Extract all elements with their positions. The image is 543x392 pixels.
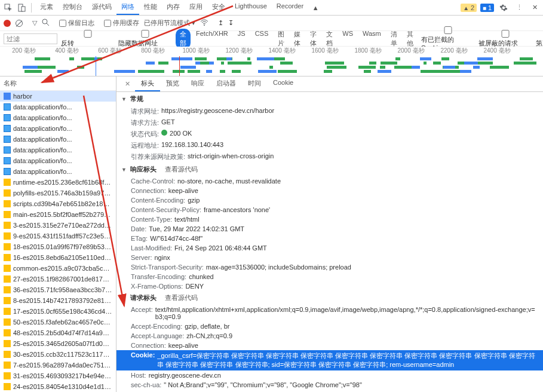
filter-type-全部[interactable]: 全部 [176,29,191,49]
header-row[interactable]: Content-Type: text/html [116,215,543,224]
header-row[interactable]: Accept-Language: zh-CN,zh;q=0.9 [116,331,543,341]
filter-type-媒体[interactable]: 媒体 [290,29,305,49]
panel-tab-Recorder[interactable]: Recorder [272,0,308,15]
general-section[interactable]: ▼常规 [116,92,543,106]
header-row[interactable]: Connection: keep-alive [116,341,543,350]
panel-tab-性能[interactable]: 性能 [139,0,162,15]
header-row[interactable]: Last-Modified: Fri, 24 Sep 2021 06:48:44… [116,243,543,253]
request-row[interactable]: data:application/fo... [0,155,116,166]
info-badge[interactable]: ■ 1 [480,4,494,12]
settings-icon[interactable] [498,2,510,14]
filter-icon[interactable]: ▽ [32,19,37,27]
wifi-icon[interactable] [200,19,208,28]
request-row[interactable]: 3-es2015.315e27e710ea272ddad.js [0,220,116,231]
filter-type-图片[interactable]: 图片 [274,29,289,49]
request-row[interactable]: 50-es2015.f3afeb62ac4657e0cbcb.js [0,317,116,327]
request-row[interactable]: 48-es2015.2b5d04d74f7d14a98a6.js [0,327,116,338]
detail-tab-响应[interactable]: 响应 [185,76,210,91]
clear-icon[interactable] [16,20,23,27]
close-devtools-icon[interactable]: ✕ [529,2,541,14]
hide-data-urls-checkbox[interactable]: 隐藏数据网址 [118,30,172,48]
upload-icon[interactable]: ↥ [218,19,223,27]
request-row[interactable]: 16-es2015.8ebd6a2105e110edd1f0.js [0,252,116,263]
request-row[interactable]: data:application/fo... [0,102,116,112]
request-row[interactable]: scripts.cd39b4a7eb651b82e188.js [0,198,116,209]
request-row[interactable]: harbor [0,91,116,102]
request-row[interactable]: common-es2015.a9c073cba5c10a04538.js [0,263,116,274]
blocked-requests-checkbox[interactable]: 被屏蔽的请求 [478,30,532,48]
warnings-badge[interactable]: ▲ 2 [461,4,477,12]
filter-type-其他[interactable]: 其他 [403,29,418,49]
filter-type-Wasm[interactable]: Wasm [358,29,385,49]
filter-type-JS[interactable]: JS [234,29,250,49]
request-row[interactable]: 24-es2015.84054e1310d4e1d13a5.js [0,381,116,392]
request-row[interactable]: polyfills-es2015.746a3b159a979d256b42.js [0,188,116,198]
request-row[interactable]: data:application/fo... [0,112,116,123]
header-row[interactable]: Transfer-Encoding: chunked [116,272,543,281]
request-row[interactable]: 27-es2015.1f982867001de81791c3.js [0,274,116,284]
request-row[interactable]: 17-es2015.0cf655e198c436cd4613.js [0,306,116,317]
filter-type-字体[interactable]: 字体 [306,29,321,49]
request-row[interactable]: data:application/fo... [0,145,116,155]
filter-type-Fetch/XHR[interactable]: Fetch/XHR [192,29,232,49]
invert-checkbox[interactable]: 反转 [61,30,115,48]
filter-type-清单[interactable]: 清单 [386,29,401,49]
inspect-icon[interactable] [2,2,14,14]
third-party-checkbox[interactable]: 第三方请求 [536,30,543,48]
request-row[interactable]: 8-es2015.14b74217893792e81f3.js [0,295,116,306]
request-row[interactable]: 25-es2015.3465d2605a07f1d0ad24.js [0,338,116,349]
filter-input[interactable] [4,33,57,44]
header-row[interactable]: ETag: W/"614d74cc-48f" [116,234,543,243]
detail-tab-启动器[interactable]: 启动器 [210,76,242,91]
request-row[interactable]: 30-es2015.ccb32c117523c1179e17.js [0,349,116,360]
header-row[interactable]: Date: Tue, 29 Mar 2022 14:02:31 GMT [116,224,543,234]
header-row[interactable]: sec-ch-ua-mobile: ?0 [116,390,543,392]
request-row[interactable]: data:application/fo... [0,166,116,177]
response-headers-section[interactable]: ▼响应标头查看源代码 [116,163,543,176]
header-row[interactable]: Cookie: _gorilla_csrf=保密字符串 保密字符串 保密字符串 … [116,350,543,370]
more-icon[interactable]: ⋮ [513,2,525,14]
request-row[interactable]: runtime-es2015.236e8cf61b68f5da67fe.js [0,177,116,188]
filter-type-文档[interactable]: 文档 [322,29,337,49]
request-row[interactable]: data:application/fo... [0,123,116,134]
header-row[interactable]: Server: nginx [116,253,543,262]
request-row[interactable]: data:application/fo... [0,134,116,145]
close-details-icon[interactable]: ✕ [120,80,135,88]
panel-tab-源代码[interactable]: 源代码 [87,0,116,15]
name-column-header[interactable]: 名称 [0,76,116,91]
filter-type-WS[interactable]: WS [338,29,357,49]
record-icon[interactable] [4,20,11,27]
throttling-dropdown[interactable]: 已停用节流模式 ▾ [144,19,195,27]
header-row[interactable]: sec-ch-ua: " Not A;Brand";v="99", "Chrom… [116,380,543,390]
request-headers-section[interactable]: ▼请求标头查看源代码 [116,291,543,305]
detail-tab-Cookie[interactable]: Cookie [267,76,299,91]
panel-tab-安全[interactable]: 安全 [207,0,230,15]
header-row[interactable]: Host: registry.geoscene-dev.cn [116,370,543,380]
panel-tab-Lighthouse[interactable]: Lighthouse [230,0,272,15]
request-row[interactable]: 18-es2015.01a99f67f97e89b53c24.js [0,241,116,252]
detail-tab-预览[interactable]: 预览 [160,76,185,91]
panel-tab-应用[interactable]: 应用 [185,0,207,15]
header-row[interactable]: Content-Encoding: gzip [116,195,543,205]
request-row[interactable]: 7-es2015.96a2897a4da0ec751dac.js [0,360,116,370]
search-icon[interactable] [42,19,50,27]
header-row[interactable]: Cache-Control: no-store, no-cache, must-… [116,176,543,186]
request-row[interactable]: 9-es2015.431f151fadff57c23e51.js [0,231,116,241]
detail-tab-时间[interactable]: 时间 [242,76,267,91]
header-row[interactable]: Content-Security-Policy: frame-ancestors… [116,205,543,215]
filter-type-CSS[interactable]: CSS [251,29,273,49]
download-icon[interactable]: ↧ [228,19,234,27]
detail-tab-标头[interactable]: 标头 [135,76,160,91]
panel-tab-控制台[interactable]: 控制台 [58,0,87,15]
header-row[interactable]: Connection: keep-alive [116,186,543,195]
panel-tab-内存[interactable]: 内存 [162,0,185,15]
request-row[interactable]: main-es2015.5bf2f0aeff52b27959f5.js [0,209,116,220]
disable-cache-checkbox[interactable]: 停用缓存 [104,19,139,27]
header-row[interactable]: X-Frame-Options: DENY [116,281,543,291]
header-row[interactable]: Strict-Transport-Security: max-age=31536… [116,262,543,272]
header-row[interactable]: Accept: text/html,application/xhtml+xml,… [116,305,543,321]
header-row[interactable]: Accept-Encoding: gzip, deflate, br [116,321,543,331]
request-row[interactable]: 36-es2015.71fc958aea3bcc3b780ca.js [0,284,116,295]
device-icon[interactable] [16,2,27,14]
panel-tab-元素[interactable]: 元素 [35,0,58,15]
